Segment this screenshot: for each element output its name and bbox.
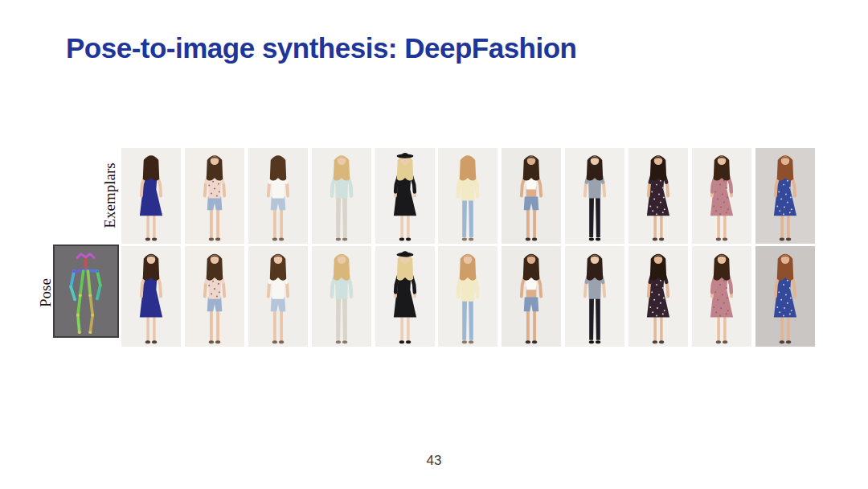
exemplar-cell-1 bbox=[121, 148, 181, 244]
person-illustration bbox=[692, 148, 751, 244]
pose-skeleton-image bbox=[53, 244, 119, 338]
person-illustration bbox=[248, 246, 308, 347]
person-illustration bbox=[121, 148, 181, 244]
generated-cell-8 bbox=[565, 246, 624, 347]
person-illustration bbox=[502, 148, 561, 244]
exemplar-cell-11 bbox=[755, 148, 815, 244]
person-illustration bbox=[755, 246, 815, 347]
generated-cell-2 bbox=[185, 246, 244, 347]
exemplar-cell-4 bbox=[312, 148, 371, 244]
generated-row bbox=[121, 246, 815, 347]
slide: Pose-to-image synthesis: DeepFashion Exe… bbox=[0, 0, 868, 489]
exemplars-row-label: Exemplars bbox=[101, 162, 119, 228]
exemplar-cell-10 bbox=[692, 148, 751, 244]
person-illustration bbox=[628, 148, 688, 244]
person-illustration bbox=[248, 148, 308, 244]
exemplar-cell-6 bbox=[438, 148, 497, 244]
person-illustration bbox=[565, 246, 624, 347]
exemplar-cell-7 bbox=[502, 148, 561, 244]
person-illustration bbox=[755, 148, 815, 244]
person-illustration bbox=[185, 246, 244, 347]
generated-cell-1 bbox=[121, 246, 181, 347]
generated-cell-10 bbox=[692, 246, 751, 347]
exemplar-cell-2 bbox=[185, 148, 244, 244]
person-illustration bbox=[628, 246, 688, 347]
person-illustration bbox=[375, 246, 435, 347]
generated-cell-5 bbox=[375, 246, 435, 347]
generated-cell-4 bbox=[312, 246, 371, 347]
person-illustration bbox=[185, 148, 244, 244]
generated-cell-11 bbox=[755, 246, 815, 347]
exemplars-row bbox=[121, 148, 815, 244]
person-illustration bbox=[692, 246, 751, 347]
pose-synthesis-figure: Exemplars Pose bbox=[0, 0, 868, 489]
pose-skeleton-drawing bbox=[55, 246, 117, 336]
exemplar-cell-9 bbox=[628, 148, 688, 244]
person-illustration bbox=[565, 148, 624, 244]
person-illustration bbox=[312, 148, 371, 244]
person-illustration bbox=[121, 246, 181, 347]
generated-cell-9 bbox=[628, 246, 688, 347]
page-number: 43 bbox=[0, 453, 868, 469]
exemplar-cell-3 bbox=[248, 148, 308, 244]
person-illustration bbox=[502, 246, 561, 347]
person-illustration bbox=[375, 148, 435, 244]
generated-cell-7 bbox=[502, 246, 561, 347]
exemplar-cell-8 bbox=[565, 148, 624, 244]
person-illustration bbox=[438, 246, 497, 347]
exemplar-cell-5 bbox=[375, 148, 435, 244]
generated-cell-3 bbox=[248, 246, 308, 347]
person-illustration bbox=[438, 148, 497, 244]
person-illustration bbox=[312, 246, 371, 347]
pose-row-label: Pose bbox=[37, 278, 55, 307]
generated-cell-6 bbox=[438, 246, 497, 347]
